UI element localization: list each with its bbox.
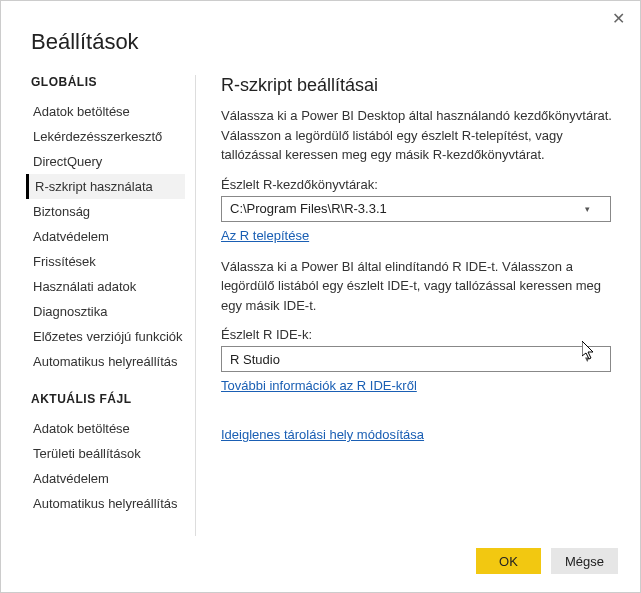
main-panel: R-szkript beállításai Válassza ki a Powe… — [196, 75, 640, 536]
sidebar-item-regional[interactable]: Területi beállítások — [29, 441, 185, 466]
sidebar-section-global: GLOBÁLIS — [31, 75, 185, 89]
sidebar-item-preview-features[interactable]: Előzetes verziójú funkciók — [29, 324, 185, 349]
sidebar-item-usage-data[interactable]: Használati adatok — [29, 274, 185, 299]
sidebar-item-diagnostics[interactable]: Diagnosztika — [29, 299, 185, 324]
install-r-link[interactable]: Az R telepítése — [221, 228, 309, 243]
sidebar-item-directquery[interactable]: DirectQuery — [29, 149, 185, 174]
r-ide-label: Észlelt R IDE-k: — [221, 327, 615, 342]
sidebar: GLOBÁLIS Adatok betöltése Lekérdezésszer… — [31, 75, 196, 536]
ok-button[interactable]: OK — [476, 548, 541, 574]
sidebar-item-query-editor[interactable]: Lekérdezésszerkesztő — [29, 124, 185, 149]
sidebar-item-current-privacy[interactable]: Adatvédelem — [29, 466, 185, 491]
sidebar-item-privacy[interactable]: Adatvédelem — [29, 224, 185, 249]
settings-dialog: ✕ Beállítások GLOBÁLIS Adatok betöltése … — [0, 0, 641, 593]
r-home-select[interactable]: C:\Program Files\R\R-3.3.1 ▾ — [221, 196, 611, 222]
sidebar-item-auto-recovery[interactable]: Automatikus helyreállítás — [29, 349, 185, 374]
close-icon[interactable]: ✕ — [608, 9, 628, 29]
sidebar-item-updates[interactable]: Frissítések — [29, 249, 185, 274]
sidebar-section-current: AKTUÁLIS FÁJL — [31, 392, 185, 406]
cancel-button[interactable]: Mégse — [551, 548, 618, 574]
sidebar-item-data-load[interactable]: Adatok betöltése — [29, 99, 185, 124]
r-ide-info-link[interactable]: További információk az R IDE-kről — [221, 378, 417, 393]
sidebar-item-r-scripting[interactable]: R-szkript használata — [26, 174, 185, 199]
chevron-down-icon: ▾ — [585, 204, 590, 214]
chevron-down-icon: ▾ — [585, 354, 590, 364]
r-home-description: Válassza ki a Power BI Desktop által has… — [221, 106, 615, 165]
dialog-button-bar: OK Mégse — [1, 536, 640, 592]
dialog-title: Beállítások — [1, 1, 640, 75]
sidebar-item-security[interactable]: Biztonság — [29, 199, 185, 224]
r-home-label: Észlelt R-kezdőkönyvtárak: — [221, 177, 615, 192]
r-ide-value: R Studio — [230, 352, 280, 367]
r-ide-description: Válassza ki a Power BI által elindítandó… — [221, 257, 615, 316]
r-home-value: C:\Program Files\R\R-3.3.1 — [230, 201, 387, 216]
panel-title: R-szkript beállításai — [221, 75, 615, 96]
sidebar-item-current-auto-recovery[interactable]: Automatikus helyreállítás — [29, 491, 185, 516]
r-ide-select[interactable]: R Studio ▾ — [221, 346, 611, 372]
sidebar-item-current-data-load[interactable]: Adatok betöltése — [29, 416, 185, 441]
temp-storage-link[interactable]: Ideiglenes tárolási hely módosítása — [221, 427, 424, 442]
